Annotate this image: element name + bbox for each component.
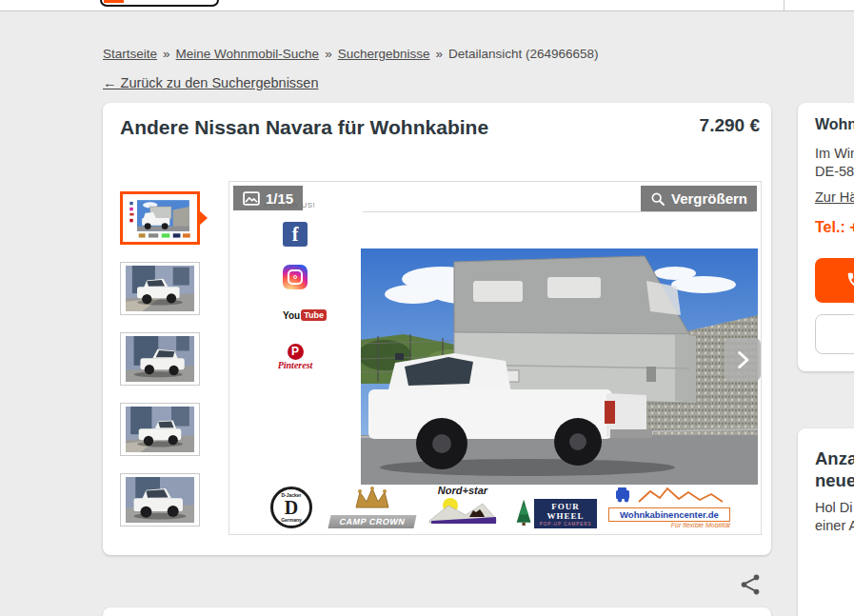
share-icon [738, 572, 763, 597]
chevron-right-icon [733, 348, 752, 372]
breadcrumb-separator: » [325, 47, 332, 61]
back-to-results-link[interactable]: ← Zurück zu den Suchergebnissen [103, 75, 319, 90]
secondary-contact-button[interactable] [815, 314, 854, 354]
tree-icon [515, 496, 532, 528]
selected-thumbnail-arrow [199, 210, 208, 226]
dealer-phone: Tel.: + [815, 219, 854, 236]
pinterest-word: Pinterest [267, 360, 324, 370]
breadcrumb: Startseite»Meine Wohnmobil-Suche»Sucherg… [103, 47, 599, 61]
promo-body-line2: einer A [815, 517, 854, 535]
thumbnail-3[interactable] [120, 332, 200, 386]
photos-icon [243, 191, 260, 206]
promo-heading: Anza neue [815, 447, 854, 491]
youtube-tube-text: Tube [301, 309, 327, 321]
next-section-card [103, 607, 771, 616]
photo-divider-line [363, 211, 753, 212]
fourwheel-text: FOUR WHEEL [534, 499, 597, 522]
crown-icon [350, 487, 394, 511]
wkc-sub-text: Für flexible Mobilität [608, 522, 730, 528]
topbar-divider [784, 0, 784, 10]
nordstar-graphic [427, 496, 498, 525]
youtube-you-text: You [283, 310, 300, 321]
thumbnail-1-image [124, 195, 196, 241]
site-logo[interactable] [100, 0, 219, 7]
promo-body-line1: Hol Di [815, 499, 854, 517]
dealer-card: Wohn Im Win DE-58 Zur Hä Tel.: + [798, 103, 854, 371]
breadcrumb-suchergebnisse[interactable]: Suchergebnisse [338, 47, 430, 61]
enlarge-button[interactable]: Vergrößern [641, 186, 757, 211]
call-button[interactable] [815, 258, 854, 303]
dealer-address-line1: Im Win [815, 145, 854, 163]
thumbnail-5[interactable] [120, 473, 200, 527]
pinterest-icon: P Pinterest [267, 342, 324, 370]
thumbnail-2[interactable] [120, 262, 200, 315]
fourwheel-sub-text: POP-UP CAMPERS [534, 522, 597, 528]
breadcrumb-separator: » [435, 47, 443, 61]
facebook-icon: f [283, 222, 308, 247]
nordstar-text: Nord+star [425, 485, 501, 496]
page-title: Andere Nissan Navara für Wohnkabine [120, 115, 529, 140]
fourwheel-logo: FOUR WHEEL POP-UP CAMPERS [515, 496, 597, 528]
campcrown-logo: CAMP CROWN [329, 487, 415, 528]
top-navigation-bar [0, 0, 854, 11]
wkc-graphic [612, 487, 726, 504]
promo-heading-line2: neue [815, 469, 854, 491]
dealer-address-line2: DE-58 [815, 163, 854, 181]
djacker-bottom-text: Germany [273, 517, 309, 523]
main-gallery-image: FOLLOW US! 1/15 Vergrößern f You [228, 181, 762, 535]
thumbnail-3-image [124, 336, 196, 382]
dealer-address: Im Win DE-58 [815, 145, 854, 181]
phone-icon [845, 270, 854, 291]
facebook-letter: f [292, 224, 299, 245]
thumbnail-1[interactable] [120, 191, 200, 245]
listing-card: Andere Nissan Navara für Wohnkabine 7.29… [103, 103, 771, 555]
djacker-letter: D [273, 497, 309, 519]
thumbnail-4-image [124, 407, 196, 452]
thumbnail-5-image [124, 477, 196, 523]
breadcrumb-startseite[interactable]: Startseite [103, 47, 157, 61]
wohnkabinencenter-logo: Wohnkabinencenter.de Für flexible Mobili… [608, 487, 730, 528]
image-counter-badge: 1/15 [233, 186, 303, 210]
nordstar-logo: Nord+star [425, 485, 501, 528]
campcrown-text: CAMP CROWN [328, 515, 417, 528]
wkc-text: Wohnkabinencenter.de [608, 507, 730, 522]
youtube-icon: You Tube [283, 309, 327, 321]
enlarge-label: Vergrößern [671, 190, 747, 207]
breadcrumb-detailansicht: Detailansicht (264966658) [448, 47, 599, 61]
promo-card: Anza neue Hol Di einer A [798, 428, 854, 616]
instagram-icon [283, 265, 308, 289]
next-image-button[interactable] [725, 338, 761, 381]
thumbnail-2-image [124, 266, 196, 311]
pinterest-letter: P [288, 344, 304, 360]
image-counter: 1/15 [266, 190, 293, 207]
magnifier-icon [650, 191, 665, 207]
promo-heading-line1: Anza [815, 447, 854, 469]
thumbnail-4[interactable] [120, 403, 200, 456]
truck-photo [361, 248, 758, 485]
dealer-homepage-link[interactable]: Zur Hä [815, 189, 854, 205]
listing-price: 7.290 € [700, 115, 760, 136]
breadcrumb-separator: » [163, 47, 170, 61]
promo-body: Hol Di einer A [815, 499, 854, 535]
dealer-name: Wohn [815, 116, 854, 133]
breadcrumb-wohnmobil-suche[interactable]: Meine Wohnmobil-Suche [176, 47, 320, 61]
site-logo-mark [104, 0, 124, 3]
djacker-logo: D-Jacker D Germany [268, 487, 315, 528]
share-button[interactable] [738, 572, 763, 597]
